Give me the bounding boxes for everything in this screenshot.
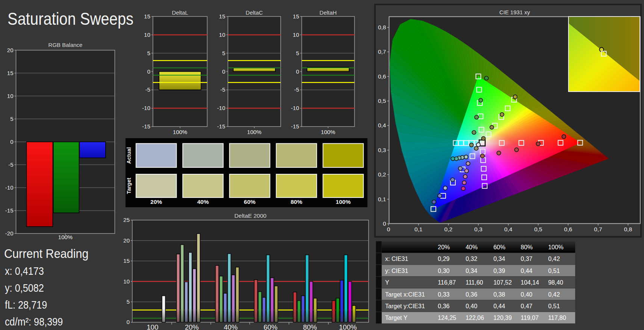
- svg-text:15: 15: [144, 13, 150, 20]
- svg-text:100%: 100%: [336, 199, 351, 205]
- svg-text:5: 5: [10, 116, 13, 122]
- svg-text:0,8: 0,8: [378, 24, 386, 30]
- svg-text:0: 0: [387, 226, 390, 232]
- svg-text:5: 5: [127, 298, 130, 305]
- svg-text:100%: 100%: [321, 129, 335, 135]
- svg-text:DeltaE 2000: DeltaE 2000: [234, 212, 267, 219]
- svg-text:100%: 100%: [247, 129, 262, 135]
- svg-text:0,40: 0,40: [466, 303, 477, 309]
- svg-text:-20: -20: [5, 230, 14, 237]
- svg-text:80%: 80%: [521, 244, 533, 250]
- svg-text:100%: 100%: [548, 244, 564, 250]
- svg-text:0,30: 0,30: [438, 268, 449, 274]
- svg-text:40%: 40%: [197, 199, 209, 205]
- svg-text:-10: -10: [5, 184, 14, 191]
- svg-text:0,39: 0,39: [493, 268, 505, 274]
- svg-text:20%: 20%: [150, 199, 162, 205]
- svg-text:DeltaL: DeltaL: [172, 9, 188, 16]
- svg-text:0,42: 0,42: [548, 256, 560, 262]
- svg-text:0,5: 0,5: [378, 98, 386, 104]
- svg-text:CIE 1931 xy: CIE 1931 xy: [499, 9, 530, 15]
- svg-text:Actual: Actual: [126, 147, 132, 164]
- svg-text:0,47: 0,47: [521, 303, 532, 309]
- svg-text:0,36: 0,36: [466, 291, 477, 298]
- svg-text:-15: -15: [142, 123, 150, 130]
- svg-text:10: 10: [123, 278, 130, 285]
- svg-text:-10: -10: [217, 105, 225, 111]
- svg-text:0,1: 0,1: [414, 226, 423, 232]
- svg-text:Target Y: Target Y: [385, 315, 408, 321]
- svg-text:0,7: 0,7: [594, 226, 602, 232]
- svg-text:0,51: 0,51: [548, 303, 560, 309]
- svg-text:98,40: 98,40: [548, 279, 563, 286]
- svg-text:15: 15: [219, 13, 225, 20]
- svg-text:124,25: 124,25: [438, 315, 456, 321]
- svg-text:10: 10: [7, 93, 14, 99]
- svg-text:-10: -10: [291, 105, 299, 111]
- svg-text:60%: 60%: [263, 323, 277, 330]
- svg-text:y: CIE31: y: CIE31: [385, 268, 408, 274]
- svg-text:0,34: 0,34: [493, 256, 505, 262]
- svg-text:100%: 100%: [339, 323, 357, 330]
- svg-text:25: 25: [123, 217, 130, 223]
- svg-text:RGB Balance: RGB Balance: [48, 42, 83, 48]
- svg-text:0,40: 0,40: [521, 291, 532, 298]
- svg-text:0,38: 0,38: [493, 291, 505, 298]
- svg-text:20: 20: [123, 237, 130, 244]
- svg-text:15: 15: [123, 258, 130, 264]
- svg-text:Target y:CIE31: Target y:CIE31: [385, 303, 425, 309]
- svg-text:DeltaH: DeltaH: [319, 9, 337, 16]
- svg-text:0: 0: [383, 220, 386, 227]
- svg-text:100%: 100%: [173, 129, 187, 135]
- svg-text:0,44: 0,44: [521, 268, 532, 274]
- svg-text:15: 15: [293, 13, 299, 20]
- svg-text:20%: 20%: [438, 244, 450, 250]
- svg-text:5: 5: [222, 50, 225, 56]
- svg-text:104,14: 104,14: [521, 279, 539, 286]
- svg-text:-15: -15: [5, 207, 14, 214]
- svg-text:0: 0: [10, 139, 13, 145]
- svg-text:116,87: 116,87: [438, 279, 456, 286]
- svg-text:-15: -15: [291, 123, 299, 130]
- svg-text:10: 10: [293, 32, 299, 38]
- svg-text:80%: 80%: [290, 199, 302, 205]
- svg-text:0,6: 0,6: [564, 226, 572, 232]
- svg-text:0,37: 0,37: [521, 256, 532, 262]
- svg-text:0,8: 0,8: [624, 226, 632, 232]
- svg-text:122,06: 122,06: [466, 315, 484, 321]
- svg-text:0,32: 0,32: [466, 256, 477, 262]
- svg-text:60%: 60%: [244, 199, 255, 205]
- svg-text:Target x:CIE31: Target x:CIE31: [385, 291, 425, 298]
- svg-text:20: 20: [7, 47, 14, 53]
- svg-text:0,42: 0,42: [548, 291, 560, 298]
- svg-text:Y: Y: [385, 279, 389, 286]
- svg-text:0,3: 0,3: [378, 147, 386, 153]
- svg-text:-10: -10: [142, 105, 150, 111]
- svg-text:0: 0: [147, 68, 150, 75]
- svg-text:0,6: 0,6: [378, 73, 386, 80]
- svg-text:0: 0: [222, 68, 225, 75]
- svg-text:0,5: 0,5: [534, 226, 543, 232]
- svg-text:0,3: 0,3: [474, 226, 482, 232]
- svg-text:0,44: 0,44: [493, 303, 505, 309]
- svg-text:0,4: 0,4: [504, 226, 512, 232]
- svg-text:0,51: 0,51: [548, 268, 560, 274]
- svg-text:40%: 40%: [466, 244, 478, 250]
- svg-text:0,34: 0,34: [466, 268, 477, 274]
- svg-text:117,80: 117,80: [548, 315, 566, 321]
- svg-text:10: 10: [219, 32, 225, 38]
- svg-text:40%: 40%: [224, 323, 237, 330]
- svg-text:60%: 60%: [493, 244, 505, 250]
- svg-text:0,4: 0,4: [378, 122, 386, 128]
- svg-text:80%: 80%: [303, 323, 317, 330]
- svg-text:-5: -5: [294, 86, 299, 93]
- svg-text:x: CIE31: x: CIE31: [385, 256, 408, 262]
- svg-text:DeltaC: DeltaC: [246, 9, 263, 16]
- svg-text:5: 5: [296, 50, 299, 56]
- svg-text:0: 0: [127, 319, 130, 325]
- svg-text:10: 10: [144, 32, 150, 38]
- svg-text:5: 5: [147, 50, 150, 56]
- svg-text:119,07: 119,07: [521, 315, 539, 321]
- svg-text:-15: -15: [217, 123, 225, 130]
- svg-text:0,2: 0,2: [444, 226, 453, 232]
